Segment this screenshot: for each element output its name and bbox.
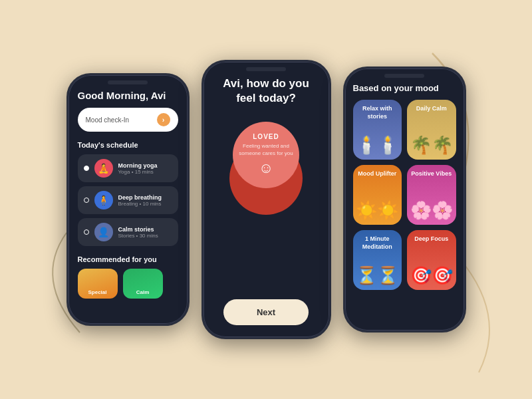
schedule-dot-1 — [84, 166, 89, 171]
schedule-item-breathing[interactable]: 🧍 Deep breathing Breating • 10 mins — [78, 186, 178, 214]
rec-card-calm-label: Calm — [136, 289, 150, 295]
rec-card-special-label: Special — [88, 289, 106, 295]
schedule-meta-stories: Stories • 30 mins — [118, 233, 172, 239]
schedule-list: 🧘 Morning yoga Yoga • 15 mins 🧍 Deep bre… — [78, 154, 178, 246]
schedule-dot-2 — [84, 198, 89, 203]
recommended-title: Recommended for you — [78, 255, 178, 263]
schedule-dot-3 — [84, 229, 89, 235]
phone-schedule: Good Morning, Avi Mood check-In › Today'… — [66, 73, 190, 326]
schedule-meta-yoga: Yoga • 15 mins — [118, 169, 172, 175]
positive-icon: 🌸 — [410, 200, 453, 221]
mood-circle-front: LOVED Feeling wanted and someone cares f… — [233, 122, 299, 188]
relax-icon: 🕯️ — [356, 135, 398, 156]
schedule-section-title: Today's schedule — [78, 141, 178, 149]
schedule-name-stories: Calm stories — [118, 226, 172, 233]
recommended-section: Recommended for you Special Calm — [78, 255, 178, 299]
uplifter-icon: ☀️ — [356, 200, 398, 221]
mood-card-focus-label: Deep Focus — [411, 235, 452, 243]
mood-card-minute-label: 1 Minute Meditation — [353, 235, 402, 251]
mood-card-daily[interactable]: Daily Calm 🌴 — [407, 100, 456, 160]
mood-label: LOVED — [253, 133, 279, 140]
mood-grid: Relax with stories 🕯️ Daily Calm 🌴 Mood … — [353, 100, 456, 290]
schedule-avatar-yoga: 🧘 — [94, 159, 113, 178]
mood-checkin-label: Mood check-In — [86, 116, 130, 124]
mood-section-title: Based on your mood — [353, 83, 456, 93]
schedule-meta-breathing: Breating • 10 mins — [118, 201, 172, 207]
minute-icon: ⏳ — [356, 265, 398, 286]
schedule-item-stories[interactable]: 👤 Calm stories Stories • 30 mins — [78, 218, 178, 246]
mood-smile-icon: ☺ — [259, 160, 273, 177]
mood-card-uplifter-label: Mood Uplifter — [354, 170, 400, 178]
daily-icon: 🌴 — [410, 135, 453, 156]
phones-container: Good Morning, Avi Mood check-In › Today'… — [66, 60, 466, 339]
greeting-text: Good Morning, Avi — [78, 90, 178, 101]
mood-card-positive[interactable]: Positive Vibes 🌸 — [407, 165, 456, 225]
recommended-cards: Special Calm — [78, 269, 178, 299]
phone-recommendations: Based on your mood Relax with stories 🕯️… — [343, 66, 466, 332]
rec-card-calm[interactable]: Calm — [123, 269, 163, 299]
mood-description: Feeling wanted and someone cares for you — [233, 143, 299, 157]
rec-card-special[interactable]: Special — [78, 269, 118, 299]
schedule-name-breathing: Deep breathing — [118, 194, 172, 201]
phone-mood-check: Avi, how do you feel today? LOVED Feelin… — [201, 60, 331, 339]
focus-icon: 🎯 — [410, 265, 453, 286]
mood-card-uplifter[interactable]: Mood Uplifter ☀️ — [353, 165, 402, 225]
schedule-avatar-breathing: 🧍 — [94, 191, 113, 209]
mood-checkin-bar[interactable]: Mood check-In › — [78, 108, 178, 132]
mood-card-positive-label: Positive Vibes — [408, 170, 455, 178]
next-button[interactable]: Next — [223, 299, 309, 325]
mood-illustration: LOVED Feeling wanted and someone cares f… — [223, 122, 309, 215]
schedule-avatar-stories: 👤 — [94, 223, 113, 241]
mood-question: Avi, how do you feel today? — [215, 76, 317, 106]
schedule-item-yoga[interactable]: 🧘 Morning yoga Yoga • 15 mins — [78, 154, 178, 182]
mood-card-relax[interactable]: Relax with stories 🕯️ — [353, 100, 402, 160]
mood-card-relax-label: Relax with stories — [353, 105, 402, 120]
schedule-info-yoga: Morning yoga Yoga • 15 mins — [118, 162, 172, 175]
schedule-info-breathing: Deep breathing Breating • 10 mins — [118, 194, 172, 207]
mood-card-minute[interactable]: 1 Minute Meditation ⏳ — [353, 230, 402, 290]
mood-checkin-arrow[interactable]: › — [157, 113, 170, 126]
schedule-name-yoga: Morning yoga — [118, 162, 172, 169]
schedule-info-stories: Calm stories Stories • 30 mins — [118, 226, 172, 239]
mood-card-daily-label: Daily Calm — [413, 105, 450, 113]
mood-card-focus[interactable]: Deep Focus 🎯 — [407, 230, 456, 290]
